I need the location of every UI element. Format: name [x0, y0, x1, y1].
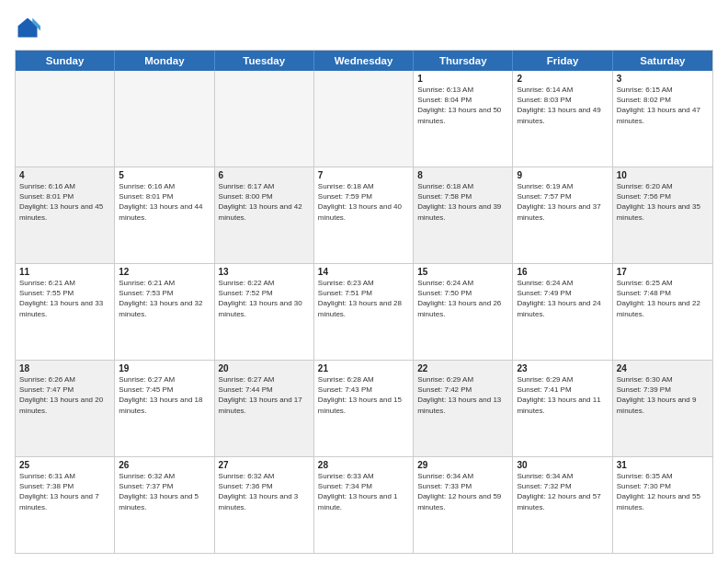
- day-info: Sunrise: 6:18 AMSunset: 7:58 PMDaylight:…: [417, 181, 508, 223]
- calendar-cell: 10Sunrise: 6:20 AMSunset: 7:56 PMDayligh…: [613, 167, 712, 263]
- day-number: 13: [219, 267, 310, 277]
- logo-icon: [15, 15, 40, 40]
- calendar-cell: [16, 71, 115, 167]
- day-number: 6: [219, 170, 310, 180]
- calendar-header: SundayMondayTuesdayWednesdayThursdayFrid…: [16, 51, 712, 71]
- day-number: 24: [617, 363, 709, 373]
- day-number: 30: [517, 460, 608, 470]
- day-info: Sunrise: 6:26 AMSunset: 7:47 PMDaylight:…: [19, 374, 110, 416]
- day-info: Sunrise: 6:29 AMSunset: 7:41 PMDaylight:…: [517, 374, 608, 416]
- calendar-cell: 25Sunrise: 6:31 AMSunset: 7:38 PMDayligh…: [16, 457, 115, 553]
- calendar-cell: 19Sunrise: 6:27 AMSunset: 7:45 PMDayligh…: [115, 361, 214, 456]
- day-info: Sunrise: 6:21 AMSunset: 7:55 PMDaylight:…: [19, 278, 110, 319]
- calendar-cell: 15Sunrise: 6:24 AMSunset: 7:50 PMDayligh…: [414, 264, 513, 360]
- day-info: Sunrise: 6:16 AMSunset: 8:01 PMDaylight:…: [19, 181, 110, 223]
- calendar-cell: 28Sunrise: 6:33 AMSunset: 7:34 PMDayligh…: [314, 457, 414, 553]
- day-info: Sunrise: 6:17 AMSunset: 8:00 PMDaylight:…: [219, 181, 310, 223]
- day-number: 23: [517, 363, 608, 373]
- calendar-cell: 11Sunrise: 6:21 AMSunset: 7:55 PMDayligh…: [16, 264, 115, 360]
- day-number: 1: [417, 74, 508, 84]
- day-info: Sunrise: 6:21 AMSunset: 7:53 PMDaylight:…: [119, 278, 210, 319]
- day-number: 19: [119, 363, 210, 373]
- day-number: 27: [219, 460, 310, 470]
- day-number: 2: [517, 74, 608, 84]
- calendar-row: 11Sunrise: 6:21 AMSunset: 7:55 PMDayligh…: [16, 263, 712, 360]
- day-info: Sunrise: 6:29 AMSunset: 7:42 PMDaylight:…: [417, 374, 508, 416]
- calendar-cell: 27Sunrise: 6:32 AMSunset: 7:36 PMDayligh…: [215, 457, 314, 553]
- calendar-cell: 2Sunrise: 6:14 AMSunset: 8:03 PMDaylight…: [513, 71, 612, 167]
- calendar-cell: 22Sunrise: 6:29 AMSunset: 7:42 PMDayligh…: [414, 361, 513, 456]
- day-number: 26: [119, 460, 210, 470]
- calendar-cell: 14Sunrise: 6:23 AMSunset: 7:51 PMDayligh…: [314, 264, 414, 360]
- calendar-cell: [215, 71, 314, 167]
- calendar-cell: 9Sunrise: 6:19 AMSunset: 7:57 PMDaylight…: [513, 167, 612, 263]
- day-info: Sunrise: 6:35 AMSunset: 7:30 PMDaylight:…: [617, 471, 709, 512]
- day-number: 4: [19, 170, 110, 180]
- page: SundayMondayTuesdayWednesdayThursdayFrid…: [0, 0, 728, 563]
- day-number: 31: [617, 460, 709, 470]
- calendar-day-header: Monday: [115, 51, 214, 71]
- calendar-cell: 12Sunrise: 6:21 AMSunset: 7:53 PMDayligh…: [115, 264, 214, 360]
- day-number: 20: [219, 363, 310, 373]
- calendar-cell: 4Sunrise: 6:16 AMSunset: 8:01 PMDaylight…: [16, 167, 115, 263]
- day-info: Sunrise: 6:24 AMSunset: 7:50 PMDaylight:…: [417, 278, 508, 319]
- day-info: Sunrise: 6:20 AMSunset: 7:56 PMDaylight:…: [617, 181, 709, 223]
- calendar-row: 18Sunrise: 6:26 AMSunset: 7:47 PMDayligh…: [16, 360, 712, 456]
- calendar-cell: 21Sunrise: 6:28 AMSunset: 7:43 PMDayligh…: [314, 361, 414, 456]
- calendar-row: 1Sunrise: 6:13 AMSunset: 8:04 PMDaylight…: [16, 71, 712, 167]
- calendar-cell: 3Sunrise: 6:15 AMSunset: 8:02 PMDaylight…: [613, 71, 712, 167]
- day-info: Sunrise: 6:30 AMSunset: 7:39 PMDaylight:…: [617, 374, 709, 416]
- calendar-cell: 18Sunrise: 6:26 AMSunset: 7:47 PMDayligh…: [16, 361, 115, 456]
- day-number: 28: [318, 460, 409, 470]
- day-number: 5: [119, 170, 210, 180]
- calendar-cell: 1Sunrise: 6:13 AMSunset: 8:04 PMDaylight…: [414, 71, 513, 167]
- day-info: Sunrise: 6:34 AMSunset: 7:33 PMDaylight:…: [417, 471, 508, 512]
- calendar-cell: 5Sunrise: 6:16 AMSunset: 8:01 PMDaylight…: [115, 167, 214, 263]
- day-number: 7: [318, 170, 409, 180]
- calendar-day-header: Thursday: [414, 51, 513, 71]
- calendar-day-header: Sunday: [16, 51, 115, 71]
- day-number: 25: [19, 460, 110, 470]
- day-info: Sunrise: 6:13 AMSunset: 8:04 PMDaylight:…: [417, 85, 508, 126]
- calendar-cell: 13Sunrise: 6:22 AMSunset: 7:52 PMDayligh…: [215, 264, 314, 360]
- day-number: 12: [119, 267, 210, 277]
- day-info: Sunrise: 6:32 AMSunset: 7:37 PMDaylight:…: [119, 471, 210, 512]
- day-info: Sunrise: 6:23 AMSunset: 7:51 PMDaylight:…: [318, 278, 409, 319]
- day-number: 15: [417, 267, 508, 277]
- calendar-cell: [115, 71, 214, 167]
- day-info: Sunrise: 6:31 AMSunset: 7:38 PMDaylight:…: [19, 471, 110, 512]
- day-info: Sunrise: 6:19 AMSunset: 7:57 PMDaylight:…: [517, 181, 608, 223]
- day-info: Sunrise: 6:27 AMSunset: 7:44 PMDaylight:…: [219, 374, 310, 416]
- day-number: 22: [417, 363, 508, 373]
- day-number: 9: [517, 170, 608, 180]
- day-number: 16: [517, 267, 608, 277]
- calendar-day-header: Saturday: [613, 51, 712, 71]
- calendar-cell: 31Sunrise: 6:35 AMSunset: 7:30 PMDayligh…: [613, 457, 712, 553]
- day-number: 3: [617, 74, 709, 84]
- day-number: 11: [19, 267, 110, 277]
- calendar-cell: 29Sunrise: 6:34 AMSunset: 7:33 PMDayligh…: [414, 457, 513, 553]
- day-number: 8: [417, 170, 508, 180]
- day-info: Sunrise: 6:33 AMSunset: 7:34 PMDaylight:…: [318, 471, 409, 512]
- calendar-row: 4Sunrise: 6:16 AMSunset: 8:01 PMDaylight…: [16, 167, 712, 263]
- day-info: Sunrise: 6:15 AMSunset: 8:02 PMDaylight:…: [617, 85, 709, 126]
- calendar-cell: 6Sunrise: 6:17 AMSunset: 8:00 PMDaylight…: [215, 167, 314, 263]
- calendar-cell: [314, 71, 414, 167]
- day-info: Sunrise: 6:28 AMSunset: 7:43 PMDaylight:…: [318, 374, 409, 416]
- calendar-cell: 16Sunrise: 6:24 AMSunset: 7:49 PMDayligh…: [513, 264, 612, 360]
- calendar-cell: 24Sunrise: 6:30 AMSunset: 7:39 PMDayligh…: [613, 361, 712, 456]
- day-number: 18: [19, 363, 110, 373]
- calendar-cell: 7Sunrise: 6:18 AMSunset: 7:59 PMDaylight…: [314, 167, 414, 263]
- day-number: 21: [318, 363, 409, 373]
- calendar: SundayMondayTuesdayWednesdayThursdayFrid…: [15, 50, 713, 554]
- day-number: 14: [318, 267, 409, 277]
- calendar-cell: 23Sunrise: 6:29 AMSunset: 7:41 PMDayligh…: [513, 361, 612, 456]
- calendar-day-header: Tuesday: [215, 51, 314, 71]
- day-info: Sunrise: 6:32 AMSunset: 7:36 PMDaylight:…: [219, 471, 310, 512]
- day-info: Sunrise: 6:14 AMSunset: 8:03 PMDaylight:…: [517, 85, 608, 126]
- logo: [15, 15, 44, 40]
- calendar-day-header: Wednesday: [314, 51, 414, 71]
- header: [15, 15, 713, 40]
- day-number: 17: [617, 267, 709, 277]
- day-info: Sunrise: 6:27 AMSunset: 7:45 PMDaylight:…: [119, 374, 210, 416]
